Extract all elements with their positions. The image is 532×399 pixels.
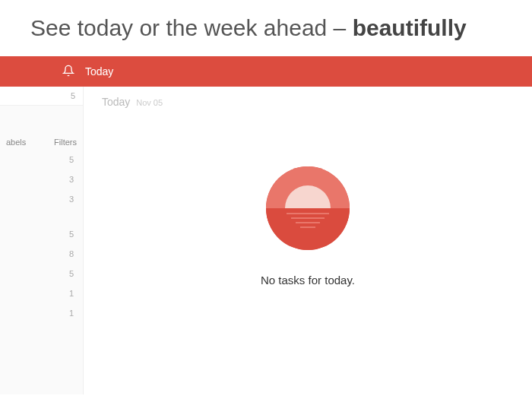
sidebar-tab-filters[interactable]: Filters <box>54 138 77 147</box>
sidebar-count-item[interactable]: 3 <box>0 189 83 209</box>
sidebar-count-item[interactable]: 5 <box>0 264 83 283</box>
headline-prefix: See today or the week ahead – <box>30 15 353 40</box>
date-heading: Today Nov 05 <box>99 87 517 117</box>
main-content: Today Nov 05 <box>84 87 532 394</box>
sidebar-count-item[interactable]: 5 <box>0 224 83 244</box>
sidebar-count-item[interactable]: 5 <box>0 150 83 169</box>
page-headline: See today or the week ahead – beautifull… <box>0 0 532 56</box>
headline-emphasis: beautifully <box>353 15 467 40</box>
sidebar-top-count: 5 <box>0 87 83 106</box>
sidebar-tabs: abels Filters <box>0 138 83 147</box>
sidebar-count-item[interactable]: 3 <box>0 169 83 189</box>
sidebar-count-item[interactable]: 1 <box>0 303 83 323</box>
sidebar-tab-labels[interactable]: abels <box>6 138 26 147</box>
top-bar: Today <box>0 56 532 87</box>
bell-icon[interactable] <box>62 65 74 79</box>
date-heading-label: Today <box>102 96 130 108</box>
empty-state-message: No tasks for today. <box>261 274 355 287</box>
sidebar-count-item[interactable]: 1 <box>0 283 83 303</box>
view-title: Today <box>85 65 113 78</box>
app-window: Today 5 abels Filters 5 3 3 5 8 5 1 1 To… <box>0 56 532 394</box>
date-heading-sub: Nov 05 <box>136 98 163 107</box>
svg-rect-4 <box>262 208 353 254</box>
sunset-icon <box>262 163 353 254</box>
empty-state: No tasks for today. <box>99 163 517 287</box>
sidebar: 5 abels Filters 5 3 3 5 8 5 1 1 <box>0 87 84 394</box>
sidebar-count-item[interactable]: 8 <box>0 244 83 264</box>
